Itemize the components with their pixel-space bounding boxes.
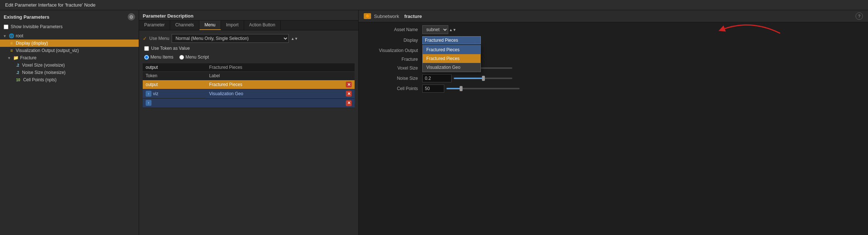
help-icon[interactable]: ? [856,12,863,20]
tree-item-fracture-folder[interactable]: ▼ 📁 Fracture [0,54,139,61]
asset-name-label: Asset Name [364,27,422,32]
tab-action-button[interactable]: Action Button [244,20,281,30]
row1-label: Fractured Pieces [206,80,343,89]
tree-label-npts: Cell Points (npts) [23,77,56,82]
param-desc-header: Parameter Description [139,10,358,20]
param-form: Asset Name subnet ▲▼ Display Fractured P… [359,22,868,98]
row3-label [206,98,343,108]
dropdown-arrow-menu: ▲▼ [291,37,298,41]
noise-size-input[interactable] [422,74,452,82]
table-row[interactable]: ↑ ✕ [143,98,355,108]
col-label-main: Fractured Pieces [206,63,343,72]
show-invisible-row: Show Invisible Parameters [0,23,139,31]
row2-label: Visualization Geo [206,89,343,99]
title-text: Edit Parameter Interface for 'fracture' … [5,2,96,8]
radio-group: Menu Items Menu Script [143,55,355,60]
viz-output-label: Visualization Output [364,48,422,53]
use-token-label: Use Token as Value [151,46,190,51]
table-row[interactable]: output Fractured Pieces ✕ [143,80,355,89]
tree-item-voxelsize[interactable]: .2 Voxel Size (voxelsize) [0,61,139,69]
menu-table: output Fractured Pieces Token Label outp… [143,63,355,108]
noise-size-slider-handle[interactable] [482,76,485,81]
use-token-row: Use Token as Value [143,46,355,51]
noise-size-slider-track[interactable] [454,78,512,79]
subnetwork-name: fracture [404,14,422,19]
delete-icon-row2[interactable]: ✕ [346,91,352,97]
show-invisible-label: Show Invisible Parameters [11,24,63,29]
asset-name-select[interactable]: subnet [422,25,448,34]
up-icon-row3[interactable]: ↑ [146,100,151,106]
tab-parameter[interactable]: Parameter [139,20,170,30]
col-token-sub: Token [143,72,206,80]
row3-up: ↑ [143,98,206,108]
display-dropdown: Fractured Pieces Fractured Pieces Visual… [422,45,481,72]
menu-type-select[interactable]: Normal (Menu Only, Single Selection) [172,34,289,43]
cell-points-row: Cell Points [364,85,863,93]
display-label: Display [364,38,422,43]
int-icon-npts: 10 [16,78,20,82]
col-token-main: output [143,63,206,72]
up-icon-row2[interactable]: ↑ [146,91,151,97]
checkmark-use-menu: ✓ [143,36,147,41]
left-panel-header: Existing Parameters ⚙ [0,10,139,23]
arrow-root: ▼ [3,34,7,38]
right-panel: 🔶 Subnetwork fracture ? Asset Name subne… [359,10,868,235]
use-menu-label: Use Menu [149,36,169,41]
fracture-label: Fracture [364,57,422,62]
asset-name-arrow: ▲▼ [449,28,456,32]
use-menu-row: ✓ Use Menu Normal (Menu Only, Single Sel… [143,34,355,43]
cell-points-slider-track[interactable] [446,88,520,89]
subnetwork-label: Subnetwork [374,14,399,19]
noise-size-slider-fill [454,78,483,79]
radio-menu-items[interactable]: Menu Items [144,55,173,60]
cell-points-label: Cell Points [364,86,422,91]
existing-params-title: Existing Parameters [4,14,49,20]
tab-channels[interactable]: Channels [170,20,199,30]
globe-icon: 🌐 [9,33,14,38]
tree-item-display[interactable]: ≡ Display (display) [0,40,139,47]
col-label-sub: Label [206,72,343,80]
cell-points-slider-fill [446,88,461,89]
subnet-icon: 🔶 [364,13,371,19]
cell-points-slider-handle[interactable] [460,86,463,91]
dropdown-item-0[interactable]: Fractured Pieces [423,45,480,54]
subnetwork-bar: 🔶 Subnetwork fracture ? [359,10,868,22]
tab-menu[interactable]: Menu [199,20,221,30]
tree-label-viz: Visualization Output (output_viz) [16,48,79,53]
left-panel: Existing Parameters ⚙ Show Invisible Par… [0,10,139,235]
row2-token: viz [153,91,158,96]
menu-table-main-header: output Fractured Pieces [143,63,355,72]
tree-item-npts[interactable]: 10 Cell Points (npts) [0,76,139,83]
float-icon-voxel: .2 [16,63,19,67]
tree-item-root[interactable]: ▼ 🌐 root [0,32,139,40]
dropdown-item-1[interactable]: Fractured Pieces [423,54,480,63]
show-invisible-checkbox[interactable] [4,25,8,29]
param-body: ✓ Use Menu Normal (Menu Only, Single Sel… [139,30,358,235]
title-bar: Edit Parameter Interface for 'fracture' … [0,0,868,10]
tree-item-viz[interactable]: ≡ Visualization Output (output_viz) [0,47,139,54]
row2-up: ↑ viz [143,89,206,98]
cell-points-input[interactable] [422,85,444,93]
table-row[interactable]: ↑ viz Visualization Geo ✕ [143,89,355,99]
display-input[interactable] [422,36,481,44]
tree-label-display: Display (display) [16,41,48,46]
tab-bar: Parameter Channels Menu Import Action Bu… [139,20,358,30]
delete-icon-row1[interactable]: ✕ [346,82,352,87]
tab-import[interactable]: Import [221,20,244,30]
delete-icon-row3[interactable]: ✕ [346,100,352,106]
menu-icon-viz: ≡ [10,48,13,53]
display-dropdown-container: Fractured Pieces Fractured Pieces Visual… [422,36,481,44]
folder-icon: 📁 [13,55,19,60]
dropdown-item-2[interactable]: Visualization Geo [423,63,480,72]
radio-menu-script[interactable]: Menu Script [179,55,209,60]
tree-label-fracture: Fracture [20,55,37,60]
tree-label-noisesize: Noise Size (noisesize) [22,70,66,75]
tree-label-voxelsize: Voxel Size (voxelsize) [22,63,65,68]
arrow-fracture: ▼ [7,56,11,60]
tree-item-noisesize[interactable]: .2 Noise Size (noisesize) [0,69,139,76]
float-icon-noise: .2 [16,71,19,75]
gear-icon[interactable]: ⚙ [128,13,135,20]
use-token-checkbox[interactable] [144,46,149,51]
tree-label-root: root [16,33,23,38]
voxel-size-label: Voxel Size [364,66,422,71]
